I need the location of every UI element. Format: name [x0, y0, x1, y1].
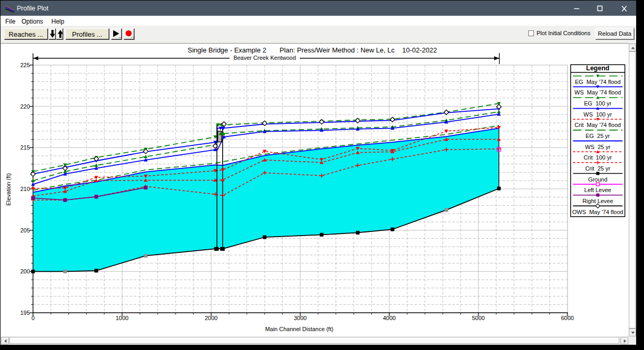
- svg-text:..: ..: [131, 33, 134, 39]
- svg-text:Single Bridge - Example 2: Single Bridge - Example 2: [188, 46, 266, 54]
- svg-text:215: 215: [20, 144, 30, 151]
- svg-text:200: 200: [20, 268, 30, 274]
- svg-text:Main Channel Distance (ft): Main Channel Distance (ft): [265, 326, 333, 332]
- svg-text:220: 220: [20, 103, 30, 110]
- svg-text:Elevation (ft): Elevation (ft): [5, 173, 12, 206]
- svg-text:Right Levee: Right Levee: [582, 198, 613, 204]
- svg-text:5000: 5000: [472, 315, 485, 321]
- svg-text:EG 100 yr: EG 100 yr: [584, 100, 612, 107]
- svg-text:0: 0: [31, 315, 35, 321]
- svg-text:WS May '74 flood: WS May '74 flood: [574, 89, 621, 96]
- svg-text:2000: 2000: [205, 315, 217, 321]
- svg-text:OWS May '74 flood: OWS May '74 flood: [572, 209, 623, 215]
- svg-text:Beaver Creek Kentwood: Beaver Creek Kentwood: [233, 55, 296, 61]
- svg-text:Legend: Legend: [586, 65, 609, 72]
- svg-text:..: ..: [118, 33, 122, 39]
- svg-text:4000: 4000: [383, 315, 396, 321]
- svg-text:10-02-2022: 10-02-2022: [402, 46, 438, 54]
- svg-text:3000: 3000: [294, 315, 307, 321]
- svg-text:Crit 25 yr: Crit 25 yr: [585, 165, 610, 172]
- svg-text:195: 195: [20, 310, 30, 316]
- svg-text:1000: 1000: [116, 315, 128, 321]
- svg-text:210: 210: [20, 186, 30, 192]
- svg-text:Plan: Press/Weir Method : New: Plan: Press/Weir Method : New Le, Lc: [280, 46, 395, 54]
- svg-text:6000: 6000: [561, 315, 574, 321]
- svg-text:WS 100 yr: WS 100 yr: [584, 111, 613, 118]
- svg-text:Left Levee: Left Levee: [584, 187, 611, 193]
- svg-text:205: 205: [20, 227, 30, 234]
- svg-text:WS 25 yr: WS 25 yr: [585, 144, 611, 150]
- svg-text:EG 25 yr: EG 25 yr: [586, 133, 610, 139]
- svg-text:Ground: Ground: [588, 176, 607, 183]
- svg-text:Crit May '74 flood: Crit May '74 flood: [575, 122, 621, 128]
- svg-text:225: 225: [20, 62, 30, 68]
- svg-text:Crit 100 yr: Crit 100 yr: [584, 154, 612, 161]
- svg-text:EG May '74 flood: EG May '74 flood: [575, 79, 620, 85]
